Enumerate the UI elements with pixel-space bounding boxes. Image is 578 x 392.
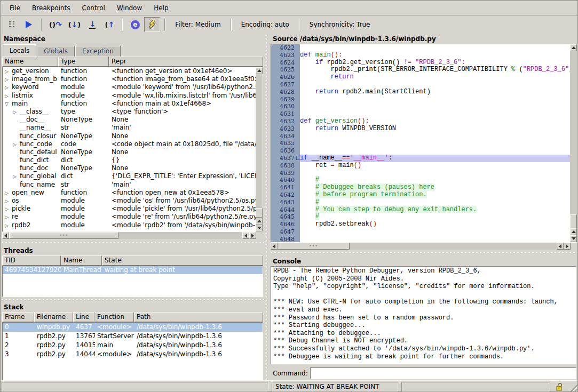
collapsed-icon[interactable]: ▷ [5,84,12,91]
table-row[interactable]: func_defaulNoneTypeNone [3,148,256,156]
source-line[interactable]: rpdb2._print(STR_ERROR_INTERFACE_COMPATI… [300,66,570,74]
collapsed-icon[interactable]: ▷ [5,222,12,229]
table-row[interactable]: ▷get_versionfunction<function get_versio… [3,67,256,75]
step-into-button[interactable]: (↓) [66,17,84,32]
column-header-name[interactable]: Name [61,255,102,266]
source-code[interactable]: def main(): if rpdb2.get_version() != "R… [300,44,570,242]
scrollbar-thumb[interactable]: ••• [278,243,350,250]
source-line[interactable] [300,147,570,155]
source-hscrollbar[interactable]: ••• [271,243,577,250]
table-row[interactable]: func_docNoneTypeNone [3,164,256,172]
source-editor[interactable]: 4622462346244625462646274628462946304631… [271,44,577,243]
synchronicity-label[interactable]: Synchronicity: True [304,21,376,28]
source-line[interactable]: def get_version(): [300,118,570,125]
pause-button[interactable] [4,17,20,32]
namespace-hscrollbar[interactable]: ••• [2,232,263,239]
tab-globals[interactable]: Globals [37,46,75,57]
table-row[interactable]: func_closurNoneTypeNone [3,132,256,140]
source-vscrollbar[interactable] [570,44,577,242]
table-row[interactable]: ▷__class__type<type 'function'> [3,108,256,116]
column-header-tid[interactable]: TID [2,255,61,266]
column-header-line[interactable]: Line [73,312,94,322]
command-input[interactable] [310,367,576,379]
splitter-handle[interactable] [264,34,270,380]
column-header-path[interactable]: Path [134,312,263,322]
source-line[interactable] [300,236,570,242]
table-row[interactable]: ▷rpdb2module<module 'rpdb2' from '/data/… [3,221,256,229]
source-line[interactable]: if rpdb2.get_version() != "RPDB_2_3_6": [300,59,570,67]
column-header-function[interactable]: Function [94,312,134,322]
menu-help[interactable]: Help [148,2,174,14]
table-row[interactable]: ▽mainfunction<function main at 0x1ef4668… [3,100,256,108]
table-row[interactable]: ▷picklemodule<module 'pickle' from '/usr… [3,205,256,213]
resize-grip[interactable] [569,383,577,391]
source-line[interactable] [300,170,570,177]
table-row[interactable]: ▷remodule<module 're' from '/usr/lib64/p… [3,213,256,221]
collapsed-icon[interactable]: ▷ [13,108,20,116]
source-line[interactable] [300,44,570,52]
collapsed-icon[interactable]: ▷ [5,197,12,205]
source-line[interactable] [300,96,570,103]
step-goto-button[interactable]: (↑ [101,17,117,32]
source-line[interactable] [300,228,570,236]
eval-button[interactable]: e [127,17,143,32]
splitter-handle[interactable] [1,297,264,302]
tab-locals[interactable]: Locals [3,44,36,57]
table-row[interactable]: __doc__NoneTypeNone [3,116,256,124]
collapsed-icon[interactable]: ▷ [13,141,20,148]
menu-breakpoints[interactable]: Breakpoints [26,2,76,14]
filter-label[interactable]: Filter: Medium [170,21,226,28]
table-row[interactable]: 0winpdb.py4637<module>/data/sys/bin/winp… [3,323,263,332]
source-line[interactable]: # before program termination. [300,191,570,199]
collapsed-icon[interactable]: ▷ [5,213,12,221]
column-header-repr[interactable]: Repr [109,57,263,67]
source-line[interactable]: # [300,199,570,206]
column-header-name[interactable]: Name [2,57,58,67]
table-row[interactable]: ▷osmodule<module 'os' from '/usr/lib64/p… [3,197,256,205]
collapsed-icon[interactable]: ▷ [5,205,12,213]
namespace-vscrollbar[interactable] [256,67,263,231]
table-row[interactable]: ▷keywordmodule<module 'keyword' from '/u… [3,83,256,91]
table-row[interactable]: 3rpdb2.py14044<module>/data/sys/bin/winp… [3,350,263,359]
menu-control[interactable]: Control [76,2,111,14]
step-return-button[interactable]: ↓ [84,17,100,32]
synchronicity-button[interactable] [144,17,160,32]
source-line[interactable]: return WINPDB_VERSION [300,125,570,133]
table-row[interactable]: __name__str'main' [3,124,256,132]
source-line[interactable]: return rpdb2.main(StartClient) [300,89,570,96]
column-header-state[interactable]: State [102,255,263,266]
source-line[interactable] [300,133,570,140]
source-line[interactable]: # You can step to debug any exit handler… [300,206,570,214]
source-line[interactable]: if __name__=='__main__': [300,155,570,162]
source-line[interactable]: # Debuggee breaks (pauses) here [300,184,570,191]
column-header-type[interactable]: Type [58,57,109,67]
source-line[interactable] [300,81,570,89]
table-row[interactable]: ▷func_globaldict{'DLG_EXPR_TITLE': 'Ente… [3,172,256,180]
step-next-button[interactable]: ()↷ [46,17,65,32]
source-line[interactable]: ret = main() [300,162,570,170]
source-line[interactable] [300,103,570,110]
go-button[interactable] [21,17,37,32]
table-row[interactable]: func_dictdict{} [3,156,256,164]
encoding-label[interactable]: Encoding: auto [236,21,295,28]
collapsed-icon[interactable]: ▷ [13,173,20,180]
source-line[interactable] [300,110,570,118]
table-row[interactable]: ▷listmixmodule<module 'wx.lib.mixins.lis… [3,92,256,100]
source-line[interactable]: rpdb2.setbreak() [300,221,570,228]
source-line[interactable]: def main(): [300,52,570,59]
scrollbar-thumb[interactable]: ••• [9,232,118,239]
column-header-filename[interactable]: Filename [34,312,73,322]
table-row[interactable]: func_namestr'main' [3,181,256,189]
console-output[interactable]: RPDB - The Remote Python Debugger, versi… [271,266,576,364]
collapsed-icon[interactable]: ▷ [5,92,12,100]
table-row[interactable]: 2rpdb2.py14015main/data/sys/bin/winpdb-1… [3,341,263,350]
table-row[interactable]: ▷func_codecode<code object main at 0x180… [3,140,256,148]
collapsed-icon[interactable]: ▷ [5,68,12,75]
tab-exception[interactable]: Exception [75,46,121,57]
table-row[interactable]: 1rpdb2.py13767StartServer/data/sys/bin/w… [3,332,263,341]
menu-file[interactable]: File [4,2,26,14]
splitter-handle[interactable] [1,239,264,245]
splitter-handle[interactable] [270,250,578,256]
source-line[interactable]: # [300,213,570,221]
column-header-frame[interactable]: Frame [2,312,34,322]
